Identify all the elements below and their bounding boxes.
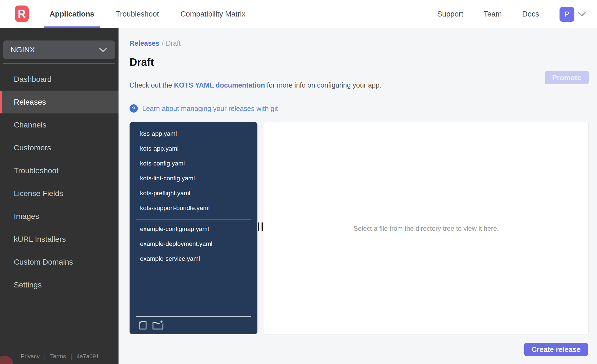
file-tree-item[interactable]: kots-config.yaml [130, 156, 257, 171]
panel-resize-handle[interactable] [257, 221, 265, 232]
nav-item-compatibility-matrix[interactable]: Compatibility Matrix [175, 0, 251, 28]
sidebar-item-settings[interactable]: Settings [0, 273, 119, 296]
new-file-icon [138, 320, 148, 330]
sidebar-footer: Privacy | Terms | 4a7a091 [21, 352, 99, 360]
chat-bubble-icon[interactable] [0, 356, 13, 364]
nav-item-support[interactable]: Support [437, 10, 463, 18]
app-sidebar: NGINX DashboardReleasesChannelsCustomers… [0, 28, 119, 364]
file-tree-group: k8s-app.yamlkots-app.yamlkots-config.yam… [130, 126, 257, 216]
app-selector-chevron-down-icon [98, 47, 108, 53]
file-tree-item[interactable]: example-service.yaml [130, 251, 257, 266]
file-tree-actions [130, 320, 257, 334]
file-tree-groups: k8s-app.yamlkots-app.yamlkots-config.yam… [130, 126, 257, 266]
file-tree-group-divider [136, 219, 251, 219]
file-tree-bottom-divider [136, 316, 251, 317]
file-viewer-panel: Select a file from the directory tree to… [264, 122, 588, 335]
file-tree-item[interactable]: kots-lint-config.yaml [130, 171, 257, 186]
resize-handle-bar [262, 222, 263, 231]
nav-item-troubleshoot[interactable]: Troubleshoot [110, 0, 165, 28]
sidebar-item-license-fields[interactable]: License Fields [0, 182, 119, 205]
promote-button[interactable]: Promote [545, 71, 589, 84]
build-id: 4a7a091 [77, 353, 99, 360]
top-navbar: R Applications Troubleshoot Compatibilit… [0, 0, 597, 28]
intro-suffix: for more info on configuring your app. [265, 81, 381, 89]
user-menu-chevron-down-icon[interactable] [578, 12, 586, 17]
app-selector-value: NGINX [10, 45, 98, 54]
new-file-button[interactable] [138, 320, 148, 330]
sidebar-item-custom-domains[interactable]: Custom Domains [0, 251, 119, 273]
new-folder-icon [152, 320, 164, 330]
footer-separator: | [44, 352, 46, 360]
sidebar-item-dashboard[interactable]: Dashboard [0, 68, 119, 91]
sidebar-item-images[interactable]: Images [0, 205, 119, 228]
breadcrumb: Releases/Draft [130, 39, 181, 47]
sidebar-item-releases[interactable]: Releases [0, 91, 119, 113]
file-tree-item[interactable]: kots-preflight.yaml [130, 186, 257, 201]
sidebar-divider [3, 63, 115, 64]
breadcrumb-releases-link[interactable]: Releases [130, 39, 159, 47]
resize-handle-bar [258, 222, 259, 231]
breadcrumb-current: Draft [166, 39, 181, 47]
intro-prefix: Check out the [130, 81, 174, 89]
file-tree-group: example-configmap.yamlexample-deployment… [130, 222, 257, 266]
replicated-logo-icon[interactable]: R [15, 6, 29, 22]
git-help-row[interactable]: ? Learn about managing your releases wit… [130, 104, 278, 113]
create-release-button[interactable]: Create release [524, 343, 588, 356]
primary-nav: Applications Troubleshoot Compatibility … [44, 0, 261, 28]
help-question-icon: ? [130, 104, 138, 113]
file-tree-panel: k8s-app.yamlkots-app.yamlkots-config.yam… [130, 122, 257, 334]
git-help-link[interactable]: Learn about managing your releases with … [142, 105, 278, 113]
footer-separator: | [70, 352, 72, 360]
terms-link[interactable]: Terms [50, 353, 66, 360]
app-selector-dropdown[interactable]: NGINX [3, 40, 115, 59]
vendor-portal-app: R Applications Troubleshoot Compatibilit… [0, 0, 597, 364]
file-tree-item[interactable]: example-configmap.yaml [130, 222, 257, 237]
intro-text: Check out the KOTS YAML documentation fo… [130, 81, 381, 89]
kots-yaml-docs-link[interactable]: KOTS YAML documentation [174, 81, 265, 89]
sidebar-item-troubleshoot[interactable]: Troubleshoot [0, 159, 119, 182]
main-content: Releases/Draft Draft Promote Check out t… [119, 28, 597, 364]
nav-item-team[interactable]: Team [483, 10, 502, 18]
file-tree-item[interactable]: kots-support-bundle.yaml [130, 201, 257, 216]
privacy-link[interactable]: Privacy [21, 353, 40, 360]
file-tree-item[interactable]: k8s-app.yaml [130, 126, 257, 141]
file-tree-item[interactable]: kots-app.yaml [130, 141, 257, 156]
file-tree-item[interactable]: example-deployment.yaml [130, 237, 257, 251]
nav-item-docs[interactable]: Docs [522, 10, 539, 18]
secondary-nav: Support Team Docs P [437, 0, 586, 28]
page-title: Draft [130, 56, 154, 68]
sidebar-item-channels[interactable]: Channels [0, 113, 119, 136]
sidebar-item-customers[interactable]: Customers [0, 136, 119, 159]
viewer-placeholder-text: Select a file from the directory tree to… [354, 225, 499, 232]
sidebar-item-kurl-installers[interactable]: kURL Installers [0, 228, 119, 251]
breadcrumb-separator: / [162, 39, 163, 47]
sidebar-nav-list: DashboardReleasesChannelsCustomersTroubl… [0, 68, 119, 296]
new-folder-button[interactable] [152, 320, 164, 330]
file-tree-spacer [130, 266, 257, 316]
user-avatar[interactable]: P [560, 7, 574, 22]
nav-item-applications[interactable]: Applications [44, 0, 100, 28]
